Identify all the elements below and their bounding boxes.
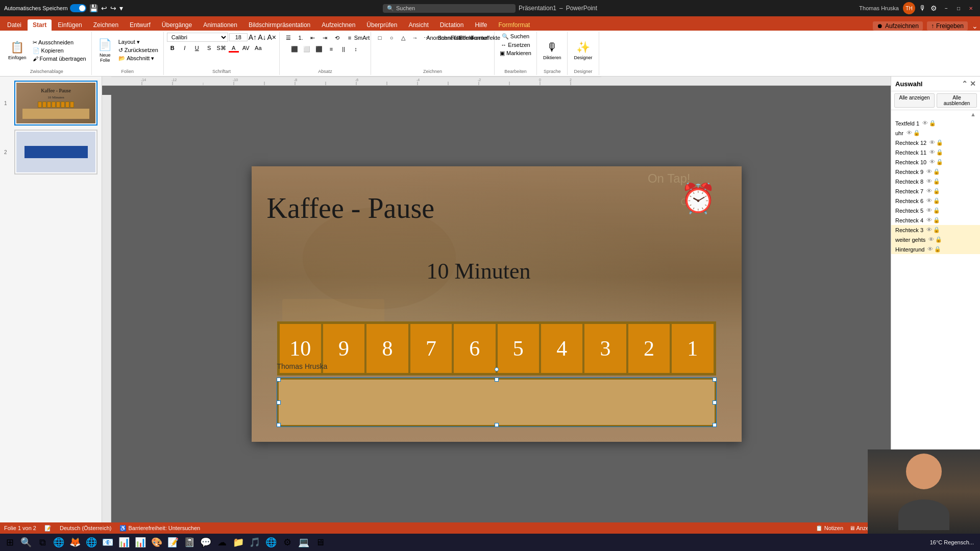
share-button[interactable]: ↑ Freigeben — [927, 21, 968, 31]
lock-icon[interactable]: 🔒 — [936, 149, 943, 156]
excel-icon[interactable]: 📊 — [116, 535, 132, 550]
show-all-button[interactable]: Alle anzeigen — [894, 93, 935, 108]
firefox-icon[interactable]: 🦊 — [67, 535, 83, 550]
dictate-button[interactable]: 🎙 Diktieren — [540, 40, 565, 61]
onedrive-icon[interactable]: ☁ — [214, 535, 230, 550]
visibility-icon[interactable]: 👁 — [929, 159, 935, 165]
lock-icon[interactable]: 🔒 — [933, 217, 940, 223]
underline-button[interactable]: U — [191, 43, 203, 53]
tab-formformat[interactable]: Formformat — [493, 19, 535, 31]
undo-icon[interactable]: ↩ — [101, 4, 107, 12]
countdown-box-8[interactable]: 8 — [365, 323, 409, 374]
tab-start[interactable]: Start — [28, 19, 52, 31]
tab-datei[interactable]: Datei — [2, 19, 27, 31]
chrome-icon[interactable]: 🌐 — [84, 535, 99, 550]
hide-all-button[interactable]: Alle ausblenden — [937, 93, 977, 108]
visibility-icon[interactable]: 👁 — [906, 130, 912, 136]
clear-format-icon[interactable]: A× — [267, 33, 276, 41]
tab-uebergaenge[interactable]: Übergänge — [157, 19, 197, 31]
tab-bildschirm[interactable]: Bildschirmpräsentation — [243, 19, 315, 31]
countdown-box-7[interactable]: 7 — [409, 323, 453, 374]
lock-icon[interactable]: 🔒 — [933, 188, 940, 194]
lock-icon[interactable]: 🔒 — [933, 168, 940, 175]
powerpoint-icon[interactable]: 📊 — [133, 535, 148, 550]
strikethrough-button[interactable]: S — [204, 43, 215, 53]
shape-button-2[interactable]: ○ — [386, 33, 397, 43]
slide-thumb-2-container[interactable]: 2 — [14, 130, 97, 174]
maximize-button[interactable]: □ — [953, 3, 964, 13]
font-family-select[interactable]: Calibri — [167, 33, 228, 42]
panel-item-uhr[interactable]: uhr 👁 🔒 — [891, 128, 980, 138]
notes-button[interactable]: 📋 Notizen — [816, 525, 843, 532]
dictate-icon[interactable]: 🎙 — [919, 4, 926, 12]
increase-font-icon[interactable]: A↑ — [249, 33, 257, 41]
decrease-indent-button[interactable]: ⇤ — [307, 33, 318, 43]
paste-button[interactable]: 📋 Einfügen — [5, 40, 30, 61]
handle-mr[interactable] — [713, 400, 717, 405]
app20-icon[interactable]: 🖥 — [312, 535, 328, 550]
countdown-box-5[interactable]: 5 — [497, 323, 540, 374]
countdown-box-3[interactable]: 3 — [583, 323, 627, 374]
panel-item-textfeld1[interactable]: Textfeld 1 👁 🔒 — [891, 118, 980, 128]
handle-bm[interactable] — [495, 423, 499, 427]
visibility-icon[interactable]: 👁 — [928, 236, 934, 243]
more-icon[interactable]: ▾ — [119, 4, 123, 12]
autosave-toggle[interactable]: Automatisches Speichern — [4, 4, 86, 12]
panel-item-rechteck7[interactable]: Rechteck 7 👁 🔒 — [891, 186, 980, 196]
handle-tl[interactable] — [277, 378, 281, 382]
countdown-box-1[interactable]: 1 — [671, 323, 714, 374]
tab-einfuegen[interactable]: Einfügen — [53, 19, 87, 31]
music-icon[interactable]: 🎵 — [247, 535, 262, 550]
increase-indent-button[interactable]: ⇥ — [320, 33, 331, 43]
panel-item-weitergehts[interactable]: weiter gehts 👁 🔒 — [891, 235, 980, 244]
handle-ml[interactable] — [277, 400, 281, 405]
lock-icon[interactable]: 🔒 — [913, 130, 920, 136]
handle-tm[interactable] — [495, 378, 499, 382]
bottom-rectangle[interactable] — [277, 378, 716, 427]
align-right-button[interactable]: ⬛ — [313, 44, 325, 54]
shape-button-1[interactable]: □ — [374, 33, 385, 43]
slide-thumb-1[interactable]: 1 Kaffee - Pause 10 Minuten — [14, 81, 97, 126]
format-paint-button[interactable]: 🖌 Format übertragen — [31, 55, 88, 62]
lock-icon[interactable]: 🔒 — [929, 120, 936, 127]
visibility-icon[interactable]: 👁 — [926, 168, 932, 175]
effect-button[interactable]: Formeffekte — [480, 33, 491, 43]
visibility-icon[interactable]: 👁 — [926, 197, 932, 204]
visibility-icon[interactable]: 👁 — [926, 217, 932, 223]
align-center-button[interactable]: ⬜ — [301, 44, 312, 54]
collapse-ribbon-icon[interactable]: ⌄ — [972, 22, 978, 30]
tab-entwurf[interactable]: Entwurf — [125, 19, 156, 31]
rotate-handle[interactable] — [495, 367, 499, 371]
cut-button[interactable]: ✂ Ausschneiden — [31, 39, 88, 46]
tab-aufzeichnen[interactable]: Aufzeichnen — [316, 19, 360, 31]
justify-button[interactable]: ≡ — [326, 44, 337, 54]
panel-item-rechteck8[interactable]: Rechteck 8 👁 🔒 — [891, 177, 980, 186]
align-text-button[interactable]: ≡ — [344, 33, 355, 43]
teams-icon[interactable]: 💬 — [198, 535, 213, 550]
countdown-box-6[interactable]: 6 — [453, 323, 496, 374]
panel-item-rechteck12[interactable]: Rechteck 12 👁 🔒 — [891, 138, 980, 147]
word-icon[interactable]: 📝 — [165, 535, 181, 550]
shape-button-3[interactable]: △ — [398, 33, 409, 43]
lock-icon[interactable]: 🔒 — [936, 159, 943, 165]
redo-icon[interactable]: ↪ — [110, 4, 116, 12]
countdown-box-2[interactable]: 2 — [627, 323, 671, 374]
smartart-button[interactable]: SmArt — [356, 33, 368, 43]
record-button[interactable]: ⏺ Aufzeichnen — [873, 21, 923, 31]
app19-icon[interactable]: 💻 — [296, 535, 311, 550]
visibility-icon[interactable]: 👁 — [922, 120, 928, 127]
search-box[interactable]: 🔍 Suchen — [383, 4, 516, 13]
paint-icon[interactable]: 🎨 — [149, 535, 164, 550]
lock-icon[interactable]: 🔒 — [933, 207, 940, 214]
settings-icon[interactable]: ⚙ — [930, 4, 937, 12]
lock-icon[interactable]: 🔒 — [935, 236, 942, 243]
browser2-icon[interactable]: 🌐 — [263, 535, 279, 550]
close-button[interactable]: ✕ — [966, 3, 976, 13]
panel-item-hintergrund[interactable]: Hintergrund 👁 🔒 — [891, 244, 980, 254]
start-button[interactable]: ⊞ — [2, 535, 17, 550]
language-status[interactable]: Deutsch (Österreich) — [60, 525, 111, 531]
tab-zeichnen[interactable]: Zeichnen — [88, 19, 124, 31]
tab-hilfe[interactable]: Hilfe — [470, 19, 492, 31]
lock-icon[interactable]: 🔒 — [934, 246, 941, 253]
slide-subtitle[interactable]: 10 Minuten — [267, 258, 691, 284]
